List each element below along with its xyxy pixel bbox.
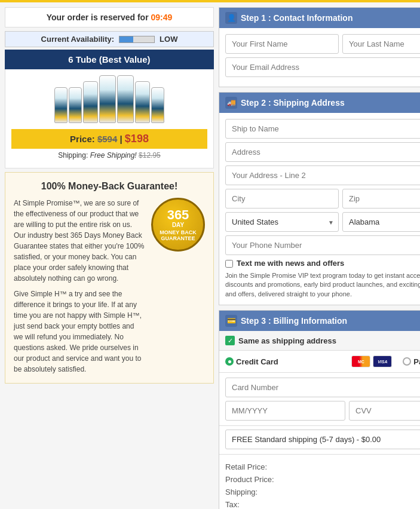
price-bar: Price: $594 | $198: [11, 129, 207, 149]
tube-5: [117, 75, 134, 123]
new-price: $198: [125, 133, 149, 145]
shipping-free: Free Shipping!: [90, 151, 137, 160]
product-price-line: Product Price: $198.00: [225, 473, 420, 486]
state-select-wrap: Alabama Alaska Arizona Arkansas Californ…: [342, 212, 420, 232]
step1-section: 👤 Step 1 : Contact Information: [219, 7, 420, 87]
same-shipping-row: ✓ Same as shipping address: [219, 331, 420, 351]
original-price: $594: [97, 134, 117, 144]
tube-3: [83, 81, 98, 123]
shipping-method-select[interactable]: FREE Standard shipping (5-7 days) - $0.0…: [225, 430, 420, 449]
credit-card-label: Credit Card: [236, 357, 278, 366]
guarantee-title: 100% Money-Back Guarantee!: [14, 181, 205, 192]
guarantee-text: At Simple Promise™, we are so sure of th…: [14, 198, 145, 375]
cvv-wrap: ?: [349, 401, 420, 421]
shipping-label: Shipping:: [58, 151, 88, 160]
tube-2: [69, 87, 82, 123]
zip-input[interactable]: [342, 189, 420, 208]
ship-to-name-input[interactable]: [225, 119, 420, 139]
card-fields: ▣ ?: [219, 373, 420, 426]
badge-day: DAY: [172, 222, 184, 228]
tube-1: [54, 87, 68, 123]
retail-label: Retail Price:: [225, 462, 267, 471]
availability-label: Current Availability:: [41, 35, 115, 44]
badge-number: 365: [167, 208, 189, 222]
city-zip-row: [225, 189, 420, 208]
state-select[interactable]: Alabama Alaska Arizona Arkansas Californ…: [342, 212, 420, 232]
country-select-wrap: United States Canada United Kingdom Aust…: [225, 212, 339, 232]
city-input[interactable]: [225, 189, 339, 208]
product-box: Price: $594 | $198 Shipping: Free Shippi…: [5, 69, 214, 168]
address-input[interactable]: [225, 142, 420, 162]
payment-method-row: Credit Card MC VISA PayPal P: [219, 351, 420, 373]
timer-label: Your order is reserved for: [47, 13, 149, 22]
shipping-icon: 🚚: [225, 97, 237, 109]
availability-status: LOW: [160, 35, 177, 44]
sms-checkbox[interactable]: [225, 260, 233, 268]
visa-icon: VISA: [373, 355, 392, 367]
retail-price-line: Retail Price: $594.00: [225, 461, 420, 473]
availability-progress: [119, 36, 155, 43]
product-label: Product Price:: [225, 475, 274, 484]
step3-section: 💳 Step 3 : Billing Information ✓ Same as…: [219, 310, 420, 509]
card-number-wrap: ▣: [225, 378, 420, 397]
product-title: 6 Tube (Best Value): [5, 50, 214, 69]
sms-info-text: Join the Simple Promise VIP text program…: [225, 271, 420, 299]
badge-text: MONEY BACKGUARANTEE: [160, 229, 196, 241]
shipping-bar: Shipping: Free Shipping! $12.95: [11, 149, 207, 162]
contact-icon: 👤: [225, 12, 237, 24]
step3-header: 💳 Step 3 : Billing Information: [219, 311, 420, 331]
phone-row: ?: [225, 235, 420, 255]
email-input[interactable]: [225, 57, 420, 77]
shipping-original: $12.95: [139, 151, 161, 160]
step1-title: Step 1 : Contact Information: [241, 13, 352, 23]
last-name-input[interactable]: [342, 34, 420, 54]
cvv-input[interactable]: [349, 401, 420, 421]
expiry-input[interactable]: [225, 401, 345, 421]
guarantee-para1: At Simple Promise™, we are so sure of th…: [14, 198, 145, 284]
expiry-cvv-row: ?: [225, 401, 420, 421]
mastercard-icon: MC: [351, 355, 370, 367]
shipping-sum-label: Shipping:: [225, 487, 257, 496]
first-name-input[interactable]: [225, 34, 339, 54]
tube-7: [151, 87, 164, 123]
step1-header: 👤 Step 1 : Contact Information: [219, 8, 420, 28]
billing-icon: 💳: [225, 315, 237, 327]
step2-section: 🚚 Step 2 : Shipping Address United State…: [219, 92, 420, 305]
sms-checkbox-label: Text me with news and offers: [237, 259, 344, 268]
shipping-price-line: Shipping: $0.00: [225, 486, 420, 498]
country-select[interactable]: United States Canada United Kingdom Aust…: [225, 212, 339, 232]
price-summary: Retail Price: $594.00 Product Price: $19…: [219, 455, 420, 509]
step3-title: Step 3 : Billing Information: [241, 316, 347, 326]
tube-6: [135, 81, 150, 123]
right-column: 👤 Step 1 : Contact Information 🚚 Step 2 …: [219, 7, 420, 509]
sms-checkbox-row: Text me with news and offers: [225, 259, 420, 268]
left-column: Your order is reserved for 09:49 Current…: [5, 7, 214, 509]
tube-4: [99, 75, 116, 123]
step1-body: [219, 28, 420, 87]
paypal-option[interactable]: PayPal P: [403, 355, 420, 367]
guarantee-inner: At Simple Promise™, we are so sure of th…: [14, 198, 205, 375]
step2-title: Step 2 : Shipping Address: [241, 98, 345, 108]
paypal-label: PayPal: [413, 357, 420, 366]
card-icons: MC VISA: [351, 355, 392, 367]
product-image-area: [11, 75, 207, 123]
availability-bar: Current Availability: LOW: [5, 31, 214, 47]
credit-card-option[interactable]: Credit Card: [225, 357, 278, 366]
paypal-radio[interactable]: [403, 357, 411, 366]
guarantee-badge: 365 DAY MONEY BACKGUARANTEE: [151, 198, 205, 252]
credit-card-radio[interactable]: [225, 357, 234, 366]
timer-value: 09:49: [151, 13, 173, 22]
guarantee-para2: Give Simple H™ a try and see the differe…: [14, 289, 145, 375]
address2-input[interactable]: [225, 165, 420, 185]
timer-bar: Your order is reserved for 09:49: [5, 7, 214, 27]
same-shipping-label: Same as shipping address: [238, 336, 336, 345]
guarantee-box: 100% Money-Back Guarantee! At Simple Pro…: [5, 172, 214, 384]
card-number-input[interactable]: [225, 378, 420, 397]
step2-header: 🚚 Step 2 : Shipping Address: [219, 93, 420, 113]
country-state-row: United States Canada United Kingdom Aust…: [225, 212, 420, 232]
name-row: [225, 34, 420, 54]
tax-label: Tax:: [225, 500, 240, 509]
phone-input[interactable]: [225, 235, 420, 255]
tube-container: [54, 75, 164, 123]
tax-price-line: Tax: $0.00: [225, 498, 420, 509]
